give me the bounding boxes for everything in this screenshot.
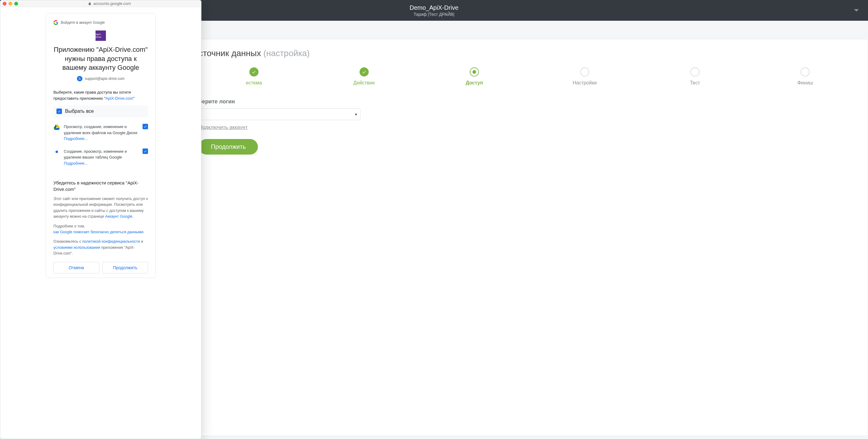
- popup-titlebar: accounts.google.com: [0, 0, 201, 7]
- google-consent-popup: accounts.google.com Войдите в аккаунт Go…: [0, 0, 202, 439]
- traffic-close-icon[interactable]: [3, 2, 6, 5]
- tos-paragraph: Ознакомьтесь с политикой конфиденциально…: [54, 239, 148, 257]
- permissions-intro: Выберите, какие права доступа вы хотите …: [54, 89, 148, 101]
- perm-drive: Просмотр, создание, изменение и удаление…: [54, 124, 148, 142]
- consent-heading: Приложению "ApiX-Drive.com" нужны права …: [54, 45, 148, 72]
- google-logo-icon: [54, 20, 58, 25]
- checkbox-icon[interactable]: [143, 124, 148, 129]
- perm-sheets-more-link[interactable]: Подробнее...: [64, 161, 88, 166]
- page-title: сточник данных (настройка): [199, 48, 860, 58]
- login-select-wrap[interactable]: ▾: [199, 108, 361, 120]
- step-access[interactable]: Доступ: [420, 67, 530, 86]
- step-finish[interactable]: Финиш: [750, 67, 860, 86]
- checkbox-icon[interactable]: [57, 108, 62, 114]
- account-email: support@apix-drive.com: [85, 76, 125, 81]
- traffic-minimize-icon[interactable]: [8, 2, 12, 5]
- chevron-down-icon[interactable]: [854, 9, 859, 11]
- step-system[interactable]: естема: [199, 67, 309, 86]
- google-account-link[interactable]: Аккаунт Google: [105, 214, 132, 218]
- continue-button[interactable]: Продолжить: [102, 262, 148, 273]
- google-card: Войдите в аккаунт Google ApiX-Drive Прил…: [46, 13, 156, 278]
- login-label: берите логин: [199, 98, 860, 105]
- step-test[interactable]: Тест: [640, 67, 750, 86]
- stepper: естема Действие Доступ Настройки Тест: [199, 67, 860, 86]
- settings-panel: сточник данных (настройка) естема Действ…: [186, 39, 868, 436]
- perm-sheets-text: Создание, просмотр, изменение и удаление…: [64, 149, 127, 160]
- perm-drive-text: Просмотр, создание, изменение и удаление…: [64, 124, 137, 135]
- svg-point-0: [56, 150, 58, 153]
- traffic-maximize-icon[interactable]: [14, 2, 18, 5]
- app-logo-icon: ApiX-Drive: [96, 31, 106, 41]
- select-all-row[interactable]: Выбрать все: [54, 105, 148, 117]
- safe-share-paragraph: Подробнее о том, как Google помогает без…: [54, 224, 148, 235]
- drive-icon: [54, 124, 60, 131]
- trust-heading: Убедитесь в надежности сервиса "ApiX-Dri…: [54, 179, 148, 192]
- perm-drive-more-link[interactable]: Подробнее...: [64, 136, 88, 141]
- trust-paragraph: Этот сайт или приложение сможет получить…: [54, 196, 148, 220]
- account-chip[interactable]: S support@apix-drive.com: [54, 76, 148, 81]
- step-settings[interactable]: Настройки: [530, 67, 640, 86]
- login-select[interactable]: [199, 109, 360, 120]
- avatar: S: [77, 76, 83, 81]
- header-subtitle: Тариф |Тест ДРАЙВ|: [410, 12, 458, 17]
- privacy-link[interactable]: политикой конфиденциальности: [83, 239, 140, 244]
- continue-button[interactable]: Продолжить: [199, 139, 258, 155]
- header-title: Demo_ApiX-Drive: [410, 4, 458, 11]
- select-all-label: Выбрать все: [65, 108, 94, 114]
- perm-sheets: Создание, просмотр, изменение и удаление…: [54, 148, 148, 166]
- sheets-icon: [54, 148, 60, 155]
- step-action[interactable]: Действие: [309, 67, 419, 86]
- google-brand: Войдите в аккаунт Google: [54, 20, 148, 25]
- tos-link[interactable]: условиями использования: [54, 245, 100, 250]
- safe-share-link[interactable]: как Google помогает безопасно делиться д…: [54, 230, 144, 234]
- cancel-button[interactable]: Отмена: [54, 262, 99, 273]
- lock-icon: [88, 2, 92, 5]
- popup-url: accounts.google.com: [20, 1, 199, 6]
- checkbox-icon[interactable]: [143, 148, 148, 154]
- connect-account-link[interactable]: Подключить аккаунт: [199, 124, 248, 131]
